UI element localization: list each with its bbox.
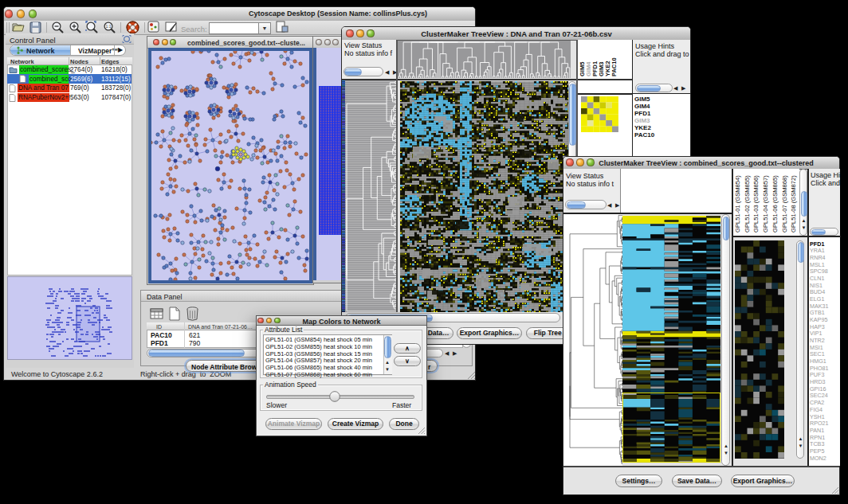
svg-text:PAC10: PAC10 bbox=[610, 57, 618, 76]
svg-text:GPL51-06 (GSM865): GPL51-06 (GSM865) bbox=[771, 175, 778, 232]
svg-text:1:1: 1:1 bbox=[106, 24, 112, 29]
svg-text:GPL51-02 (GSM855): GPL51-02 (GSM855) bbox=[743, 175, 750, 232]
svg-text:GPL51-08 (GSM872): GPL51-08 (GSM872) bbox=[790, 175, 797, 232]
svg-text:GPL51-03 (GSM856): GPL51-03 (GSM856) bbox=[752, 175, 760, 232]
svg-text:GPL51-04 (GSM857): GPL51-04 (GSM857) bbox=[762, 175, 769, 232]
svg-text:GPL51-01 (GSM854): GPL51-01 (GSM854) bbox=[734, 175, 741, 232]
svg-text:GPL51-07 (GSM868): GPL51-07 (GSM868) bbox=[780, 175, 787, 232]
